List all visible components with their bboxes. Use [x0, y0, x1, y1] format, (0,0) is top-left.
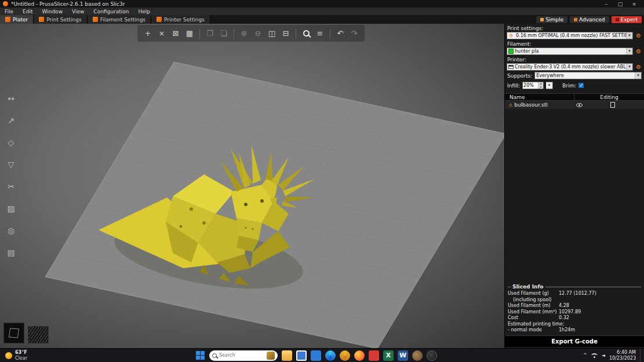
- object-row-bulbasour[interactable]: ⚠ bulbasour.stl: [505, 101, 644, 109]
- viewport-3d[interactable]: + × ⊠ ▦ ❐ ❏ ⊕ ⊖ ◫ ⊟ ≡ ↶ ↷ ↔ ↗ ◇ ▽ ✂ ▨: [0, 24, 504, 348]
- print-settings-gear-button[interactable]: ⚙: [635, 32, 642, 39]
- menu-view[interactable]: View: [67, 9, 89, 14]
- volume-icon[interactable]: ◄: [602, 353, 605, 358]
- menu-edit[interactable]: Edit: [18, 9, 37, 14]
- visibility-eye-icon[interactable]: [576, 103, 583, 107]
- export-gcode-button[interactable]: Export G-code: [505, 335, 644, 347]
- infill-input[interactable]: [523, 82, 538, 89]
- sliced-row-normal-mode: - normal mode1h24m: [508, 327, 641, 334]
- spin-down-icon[interactable]: ▾: [539, 86, 543, 89]
- media-player-icon[interactable]: [427, 350, 437, 361]
- menu-help[interactable]: Help: [133, 9, 155, 14]
- infill-spinner[interactable]: ▴ ▾: [538, 82, 543, 89]
- tab-printer-settings[interactable]: Printer Settings: [151, 15, 210, 24]
- add-object-icon[interactable]: +: [142, 28, 154, 39]
- system-tray: ^ ◄ 6:40 AM 10/23/2023: [583, 349, 644, 362]
- close-button[interactable]: ×: [627, 1, 641, 7]
- chevron-down-icon: ▾: [626, 64, 632, 70]
- clock-time: 6:40 AM: [617, 350, 636, 356]
- clock-date: 10/23/2023: [609, 356, 636, 361]
- maximize-button[interactable]: □: [613, 1, 627, 7]
- sliced-row-cost: Cost0.32: [508, 315, 641, 321]
- search-input[interactable]: [219, 353, 264, 358]
- edge-icon[interactable]: [325, 350, 336, 361]
- filament-combo[interactable]: hunter pla ▾: [507, 47, 633, 55]
- print-settings-combo[interactable]: ⚙ 0.16 mm OPTIMAL (0.4 mm nozzle) FAST S…: [507, 32, 633, 39]
- object-editing-icon[interactable]: [610, 102, 615, 108]
- chevron-down-icon: ▾: [626, 32, 632, 39]
- infill-spinbox[interactable]: ▴ ▾: [522, 82, 544, 89]
- chevron-down-icon: ▾: [626, 48, 632, 54]
- firefox-icon[interactable]: [354, 350, 365, 361]
- move-tool-icon[interactable]: ↔: [5, 92, 17, 105]
- plater-toolbar: + × ⊠ ▦ ❐ ❏ ⊕ ⊖ ◫ ⊟ ≡ ↶ ↷: [137, 25, 365, 42]
- delete-object-icon[interactable]: ×: [156, 28, 168, 39]
- taskbar-clock[interactable]: 6:40 AM 10/23/2023: [609, 350, 636, 361]
- scale-tool-icon[interactable]: ↗: [5, 114, 17, 127]
- layers-preview-icon[interactable]: [28, 326, 49, 343]
- supports-combo[interactable]: Everywhere ▾: [534, 72, 642, 79]
- split-parts-icon[interactable]: ⊟: [280, 28, 292, 39]
- menu-window[interactable]: Window: [38, 9, 68, 14]
- printer-combo[interactable]: Creality Ender-3 V2 (0.4 mm nozzle) slow…: [507, 63, 633, 71]
- rotate-tool-icon[interactable]: ◇: [5, 136, 17, 149]
- start-button[interactable]: [196, 351, 205, 360]
- measure-tool-icon[interactable]: ▤: [5, 246, 17, 259]
- tab-filament-settings[interactable]: Filament Settings: [88, 15, 151, 24]
- cut-tool-icon[interactable]: ✂: [5, 180, 17, 193]
- infill-label: Infill:: [507, 83, 520, 89]
- variable-layer-height-icon[interactable]: ≡: [314, 28, 326, 39]
- tab-plater[interactable]: Plater: [0, 15, 34, 24]
- mode-simple-button[interactable]: Simple: [536, 16, 567, 23]
- mail-icon[interactable]: [296, 350, 307, 361]
- search-highlight-icon[interactable]: [267, 352, 275, 360]
- chrome-icon[interactable]: [340, 350, 350, 361]
- viewport-3d-scene[interactable]: [0, 24, 504, 348]
- search-icon[interactable]: [300, 28, 312, 39]
- filament-gear-button[interactable]: ⚙: [635, 47, 642, 55]
- show-desktop-button[interactable]: [640, 349, 642, 362]
- weather-widget[interactable]: 63°F Clear: [0, 349, 32, 362]
- minimize-button[interactable]: –: [599, 1, 613, 7]
- redo-icon[interactable]: ↷: [348, 28, 360, 39]
- tab-print-settings[interactable]: Print Settings: [34, 15, 87, 24]
- sliced-row-filament-m: Used Filament (m)4.28: [508, 303, 641, 309]
- file-explorer-icon[interactable]: [282, 350, 292, 361]
- excel-icon[interactable]: X: [383, 350, 394, 361]
- printer-gear-button[interactable]: ⚙: [635, 63, 642, 71]
- place-on-face-tool-icon[interactable]: ▽: [5, 158, 17, 171]
- menu-file[interactable]: File: [0, 9, 18, 14]
- taskbar-search[interactable]: [209, 350, 278, 361]
- mode-advanced-button[interactable]: Advanced: [570, 16, 609, 23]
- delete-all-icon[interactable]: ⊠: [170, 28, 181, 39]
- printer-label: Printer:: [505, 55, 644, 63]
- remove-instance-icon[interactable]: ⊖: [252, 28, 264, 39]
- viewport-corner-widgets: [3, 323, 49, 343]
- split-objects-icon[interactable]: ◫: [266, 28, 278, 39]
- divider: [508, 287, 511, 287]
- network-icon[interactable]: [591, 353, 598, 357]
- arrange-icon[interactable]: ▦: [184, 28, 195, 39]
- copy-icon[interactable]: ❐: [204, 28, 216, 39]
- settings-icon[interactable]: [412, 350, 423, 361]
- hidden-icons-chevron-icon[interactable]: ^: [583, 353, 587, 358]
- paint-supports-tool-icon[interactable]: ▨: [5, 202, 17, 215]
- undo-icon[interactable]: ↶: [334, 28, 346, 39]
- mode-expert-button[interactable]: Expert: [612, 16, 642, 23]
- toolbar-separator: [296, 28, 296, 39]
- menu-configuration[interactable]: Configuration: [89, 9, 133, 14]
- brim-checkbox[interactable]: ✓: [578, 83, 584, 88]
- paste-icon[interactable]: ❏: [218, 28, 230, 39]
- seam-tool-icon[interactable]: ◎: [5, 224, 17, 237]
- search-glass-icon: [303, 30, 310, 36]
- toolbar-separator: [234, 28, 234, 39]
- store-icon[interactable]: [311, 350, 321, 361]
- opera-icon[interactable]: [369, 350, 379, 361]
- view-cube-icon[interactable]: [3, 323, 24, 343]
- infill-dropdown-button[interactable]: ▾: [546, 82, 553, 89]
- sliced-row-print-time: Estimated printing time:: [508, 321, 641, 328]
- right-panel: Print settings: ⚙ 0.16 mm OPTIMAL (0.4 m…: [504, 24, 644, 348]
- word-icon[interactable]: W: [398, 350, 408, 361]
- print-settings-label: Print settings:: [505, 24, 644, 32]
- add-instance-icon[interactable]: ⊕: [238, 28, 250, 39]
